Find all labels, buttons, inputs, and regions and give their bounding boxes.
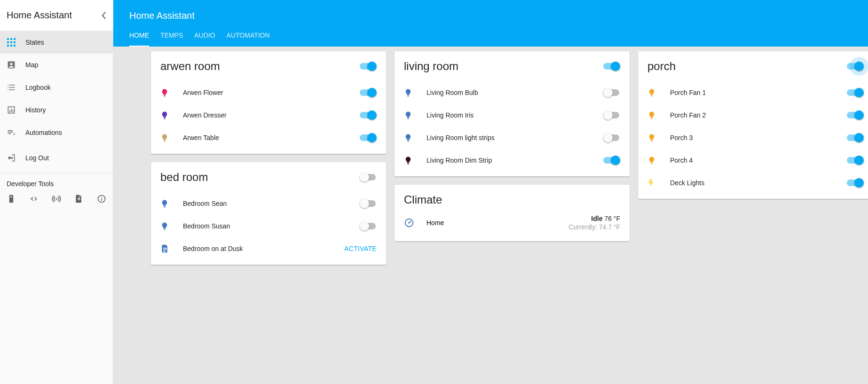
entity-toggle[interactable] bbox=[847, 156, 864, 165]
svg-rect-18 bbox=[164, 230, 166, 230]
card-title: bed room bbox=[160, 171, 208, 184]
entity-toggle[interactable] bbox=[847, 110, 864, 120]
sidebar-item-label: Logbook bbox=[25, 84, 51, 91]
sidebar-item-logout[interactable]: Log Out bbox=[0, 147, 113, 169]
entity-row: Arwen Table bbox=[160, 126, 377, 149]
sidebar-item-automations[interactable]: Automations bbox=[0, 121, 113, 144]
entity-toggle[interactable] bbox=[847, 133, 864, 142]
entity-name[interactable]: Deck Lights bbox=[670, 179, 847, 187]
bulb-icon bbox=[404, 87, 426, 98]
tab-automation[interactable]: AUTOMATION bbox=[227, 31, 270, 47]
entity-name[interactable]: Porch Fan 1 bbox=[670, 89, 847, 96]
group-toggle-porch[interactable] bbox=[847, 62, 864, 71]
tab-home[interactable]: HOME bbox=[129, 31, 149, 47]
entity-name[interactable]: Living Room Bulb bbox=[426, 89, 603, 96]
svg-rect-0 bbox=[7, 38, 9, 40]
list-icon bbox=[7, 83, 25, 92]
entity-name[interactable]: Porch 4 bbox=[670, 157, 847, 164]
svg-rect-35 bbox=[651, 163, 653, 164]
svg-rect-12 bbox=[164, 119, 166, 119]
document-icon bbox=[160, 243, 183, 254]
card-title: porch bbox=[647, 60, 676, 73]
group-toggle-bedroom[interactable] bbox=[360, 172, 377, 182]
bulb-icon bbox=[647, 87, 670, 98]
svg-rect-2 bbox=[14, 38, 16, 40]
entity-name[interactable]: Bedroom on at Dusk bbox=[183, 245, 344, 252]
remote-icon[interactable] bbox=[7, 194, 16, 204]
file-icon[interactable] bbox=[74, 194, 84, 204]
header: Home Assistant HOME TEMPS AUDIO AUTOMATI… bbox=[113, 0, 868, 47]
sidebar-item-history[interactable]: History bbox=[0, 99, 113, 121]
flash-icon bbox=[647, 177, 670, 188]
bulb-icon bbox=[404, 155, 426, 166]
entity-row: Living Room Bulb bbox=[404, 81, 620, 104]
svg-rect-23 bbox=[407, 140, 410, 141]
sidebar-item-label: Automations bbox=[25, 129, 62, 136]
card-arwen-room: arwen room Arwen Flower Arwen Dresser Ar… bbox=[151, 51, 386, 154]
sidebar-item-map[interactable]: Map bbox=[0, 54, 113, 76]
svg-rect-15 bbox=[164, 206, 166, 207]
tab-audio[interactable]: AUDIO bbox=[194, 31, 215, 47]
entity-name[interactable]: Living Room Dim Strip bbox=[426, 157, 603, 164]
svg-rect-17 bbox=[164, 228, 166, 229]
entity-toggle[interactable] bbox=[603, 133, 620, 142]
group-toggle-living[interactable] bbox=[603, 62, 620, 71]
entity-row: Bedroom Sean bbox=[160, 192, 377, 215]
card-title: arwen room bbox=[160, 60, 220, 73]
bulb-icon bbox=[160, 198, 183, 209]
bulb-icon bbox=[160, 87, 183, 98]
svg-rect-7 bbox=[10, 45, 12, 47]
svg-rect-21 bbox=[407, 118, 410, 118]
activate-button[interactable]: ACTIVATE bbox=[344, 245, 377, 252]
entity-toggle[interactable] bbox=[360, 199, 377, 208]
main-content: Home Assistant HOME TEMPS AUDIO AUTOMATI… bbox=[113, 0, 868, 384]
climate-entity-row[interactable]: Home Idle 76 °F Currently: 74.7 °F bbox=[404, 211, 620, 236]
svg-rect-13 bbox=[164, 140, 166, 141]
entity-name[interactable]: Living Room Iris bbox=[426, 111, 603, 119]
entity-name[interactable]: Bedroom Susan bbox=[183, 222, 360, 230]
developer-tools-icons bbox=[7, 194, 106, 204]
column-1: arwen room Arwen Flower Arwen Dresser Ar… bbox=[151, 51, 386, 265]
entity-name[interactable]: Bedroom Sean bbox=[183, 200, 360, 207]
sidebar-item-logbook[interactable]: Logbook bbox=[0, 76, 113, 99]
card-title: living room bbox=[404, 60, 458, 73]
entity-toggle[interactable] bbox=[360, 221, 377, 231]
sidebar-title: Home Assistant bbox=[7, 10, 102, 21]
tab-temps[interactable]: TEMPS bbox=[160, 31, 183, 47]
entity-name[interactable]: Arwen Flower bbox=[183, 89, 360, 96]
thermostat-icon bbox=[404, 218, 426, 228]
chevron-left-icon[interactable] bbox=[102, 12, 106, 19]
entity-name[interactable]: Arwen Dresser bbox=[183, 111, 360, 119]
info-icon[interactable] bbox=[97, 194, 106, 204]
entity-row: Living Room light strips bbox=[404, 126, 620, 149]
radio-tower-icon[interactable] bbox=[52, 194, 61, 204]
card-title: Climate bbox=[404, 193, 442, 206]
entity-row: Deck Lights bbox=[647, 172, 864, 194]
entity-toggle[interactable] bbox=[847, 178, 864, 188]
entity-name[interactable]: Porch 3 bbox=[670, 134, 847, 141]
code-icon[interactable] bbox=[29, 194, 39, 204]
entity-name[interactable]: Porch Fan 2 bbox=[670, 111, 847, 119]
climate-state: Idle bbox=[591, 215, 602, 222]
page-title: Home Assistant bbox=[129, 10, 868, 21]
entity-toggle[interactable] bbox=[847, 88, 864, 97]
entity-toggle[interactable] bbox=[603, 88, 620, 97]
chart-icon bbox=[7, 105, 25, 115]
sidebar-item-label: Log Out bbox=[25, 154, 49, 162]
playlist-icon bbox=[7, 128, 25, 137]
bulb-icon bbox=[647, 155, 670, 166]
entity-toggle[interactable] bbox=[603, 156, 620, 165]
svg-rect-25 bbox=[407, 163, 410, 164]
climate-current-label: Currently: bbox=[568, 223, 597, 231]
entity-toggle[interactable] bbox=[360, 133, 377, 142]
cards-content: arwen room Arwen Flower Arwen Dresser Ar… bbox=[113, 47, 868, 384]
entity-toggle[interactable] bbox=[360, 88, 377, 97]
entity-toggle[interactable] bbox=[360, 110, 377, 120]
svg-rect-1 bbox=[10, 38, 12, 40]
card-bed-room: bed room Bedroom Sean Bedroom Susan Bedr… bbox=[151, 162, 386, 265]
entity-name[interactable]: Living Room light strips bbox=[426, 134, 603, 141]
sidebar-item-states[interactable]: States bbox=[0, 31, 113, 54]
group-toggle-arwen[interactable] bbox=[360, 62, 377, 71]
entity-toggle[interactable] bbox=[603, 110, 620, 120]
entity-name[interactable]: Arwen Table bbox=[183, 134, 360, 141]
